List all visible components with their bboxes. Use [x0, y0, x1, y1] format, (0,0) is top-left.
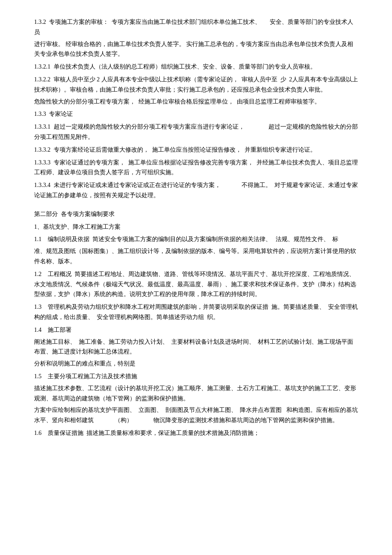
para-part2-heading: 第二部分 各专项方案编制要求: [34, 209, 358, 219]
para-1-4-heading: 1.4 施工部署: [34, 325, 358, 335]
para-1-3-3-1: 1.3.3.1 超过一定规模的危险性较大的分部分项工程专项方案应当进行专家论证，…: [34, 122, 358, 142]
para-1-1-line1: 1.1 编制说明及依据 简述安全专项施工方案的编制目的以及方案编制所依据的相关法…: [34, 234, 358, 244]
para-1-3-2-2: 1.3.2.2 审核人员中至少 2 人应具有本专业中级以上技术职称（需专家论证的…: [34, 75, 358, 95]
para-1-3-3-4: 1.3.3.4 未进行专家论证或未通过专家论证或正在进行论证的专项方案， 不得施…: [34, 180, 358, 201]
para-1-4-body: 阐述施工目标、 施工准备、施工劳动力投入计划、 主要材料设备计划及进场时间、 材…: [34, 337, 358, 357]
section-1-4: 1.4 施工部署 阐述施工目标、 施工准备、施工劳动力投入计划、 主要材料设备计…: [34, 325, 358, 369]
para-1-3-2-intro: 1.3.2 专项施工方案的审核： 专项方案应当由施工单位技术部门组织本单位施工技…: [34, 17, 358, 37]
section-1-3-2: 1.3.2 专项施工方案的审核： 专项方案应当由施工单位技术部门组织本单位施工技…: [34, 17, 358, 59]
blank-line-1: [34, 203, 358, 209]
section-1-3-3: 1.3.3 专家论证: [34, 109, 358, 119]
section-1-2: 1.2 工程概况 简要描述工程地址、周边建筑物、道路、管线等环境情况、基坑平面尺…: [34, 269, 358, 299]
section-1-3-2-1: 1.3.2.1 单位技术负责人（法人级别的总工程师）组织施工技术、安全、设备、质…: [34, 62, 358, 72]
section-part2: 第二部分 各专项方案编制要求: [34, 209, 358, 219]
para-1-3-2-body: 进行审核。 经审核合格的，由施工单位技术负责人签字。 实行施工总承包的，专项方案…: [34, 39, 358, 60]
section-1-3-3-2: 1.3.3.2 专项方案经论证后需做重大修改的， 施工单位应当按照论证报告修改，…: [34, 145, 358, 155]
para-1-5-heading: 1.5 主要分项工程施工方法及技术措施: [34, 371, 358, 382]
para-1-1-line2: 准、规范及图纸（国标图集）、施工组织设计等，及编制依据的版本、编号等。采用电算软…: [34, 246, 358, 267]
para-1-3-3-heading: 1.3.3 专家论证: [34, 109, 358, 119]
para-1-2: 1.2 工程概况 简要描述工程地址、周边建筑物、道路、管线等环境情况、基坑平面尺…: [34, 269, 358, 299]
section-1-3-3-3: 1.3.3.3 专家论证通过的专项方案， 施工单位应当根据论证报告修改完善专项方…: [34, 158, 358, 178]
para-1-3-3-3: 1.3.3.3 专家论证通过的专项方案， 施工单位应当根据论证报告修改完善专项方…: [34, 158, 358, 178]
section-item1: 1、基坑支护、降水工程施工方案: [34, 222, 358, 232]
section-1-3: 1.3 管理机构及劳动力组织支护和降水工程对周围建筑的影响，并简要说明采取的保证…: [34, 302, 358, 322]
section-1-3-3-4: 1.3.3.4 未进行专家论证或未通过专家论证或正在进行论证的专项方案， 不得施…: [34, 180, 358, 201]
para-1-3-2-2-cont: 危险性较大的分部分项工程专项方案， 经施工单位审核合格后报监理单位， 由项目总监…: [34, 97, 358, 107]
section-1-5: 1.5 主要分项工程施工方法及技术措施 描述施工技术参数、工艺流程（设计的基坑开…: [34, 371, 358, 426]
para-1-4-cont: 分析和说明施工的难点和重点，特别是: [34, 359, 358, 369]
para-1-5-body: 描述施工技术参数、工艺流程（设计的基坑开挖工况）施工顺序、施工测量、土石方工程施…: [34, 383, 358, 404]
para-1-3-2-1: 1.3.2.1 单位技术负责人（法人级别的总工程师）组织施工技术、安全、设备、质…: [34, 62, 358, 72]
para-1-6: 1.6 质量保证措施 描述施工质量标准和要求，保证施工质量的技术措施及消防措施；: [34, 428, 358, 438]
section-1-1: 1.1 编制说明及依据 简述安全专项施工方案的编制目的以及方案编制所依据的相关法…: [34, 234, 358, 266]
para-1-5-cont: 方案中应绘制相应的基坑支护平面图、 立面图、 剖面图及节点大样施工图、 降水井点…: [34, 405, 358, 426]
section-1-6: 1.6 质量保证措施 描述施工质量标准和要求，保证施工质量的技术措施及消防措施；: [34, 428, 358, 438]
para-1-3: 1.3 管理机构及劳动力组织支护和降水工程对周围建筑的影响，并简要说明采取的保证…: [34, 302, 358, 322]
para-item1-heading: 1、基坑支护、降水工程施工方案: [34, 222, 358, 232]
para-1-3-3-2: 1.3.3.2 专项方案经论证后需做重大修改的， 施工单位应当按照论证报告修改，…: [34, 145, 358, 155]
page: 1.3.2 专项施工方案的审核： 专项方案应当由施工单位技术部门组织本单位施工技…: [0, 0, 392, 555]
section-1-3-3-1: 1.3.3.1 超过一定规模的危险性较大的分部分项工程专项方案应当进行专家论证，…: [34, 122, 358, 142]
section-1-3-2-2: 1.3.2.2 审核人员中至少 2 人应具有本专业中级以上技术职称（需专家论证的…: [34, 75, 358, 106]
